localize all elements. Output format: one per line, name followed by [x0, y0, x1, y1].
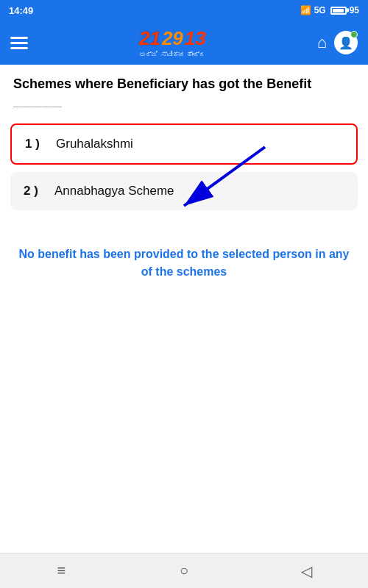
nav-home-icon: ○: [180, 562, 188, 579]
logo-container: 21 29 13 ಅರ್ಜಿ ಸ್ವೀಕಾರ ಕೇಂದ್ರ: [28, 27, 317, 59]
profile-button[interactable]: 👤: [334, 31, 358, 54]
nav-back-icon: ◁: [301, 562, 312, 580]
nav-home-button[interactable]: ○: [169, 556, 199, 586]
no-benefit-message: No benefit has been provided to the sele…: [15, 245, 353, 281]
scheme-number-1: 1 ): [25, 137, 47, 151]
status-bar: 14:49 📶 5G 95: [0, 0, 368, 21]
menu-button[interactable]: [10, 37, 28, 49]
logo-graphic: 21 29 13: [139, 27, 206, 50]
toolbar-icons: ⌂ 👤: [317, 31, 358, 54]
status-time: 14:49: [9, 5, 33, 16]
home-button[interactable]: ⌂: [317, 33, 327, 52]
status-icons: 📶 5G 95: [300, 5, 359, 15]
scheme-item-2[interactable]: 2 ) Annabhagya Scheme: [10, 172, 358, 210]
battery-icon: [330, 7, 347, 15]
bottom-nav: ≡ ○ ◁: [0, 553, 368, 588]
nav-menu-icon: ≡: [57, 562, 66, 579]
scheme-name-2: Annabhagya Scheme: [54, 184, 174, 198]
battery-level: 95: [350, 5, 359, 15]
beneficiary-label: —————: [0, 98, 368, 118]
signal-text: 5G: [314, 5, 326, 15]
logo-text-part3: 13: [185, 27, 206, 50]
scheme-number-2: 2 ): [24, 184, 46, 198]
logo-text-part2: 29: [162, 27, 183, 50]
logo-text-part1: 21: [139, 27, 160, 50]
scheme-item-1[interactable]: 1 ) Gruhalakshmi: [10, 123, 358, 165]
bluetooth-icon: 📶: [300, 5, 311, 15]
logo-wrapper: 21 29 13 ಅರ್ಜಿ ಸ್ವೀಕಾರ ಕೇಂದ್ರ: [139, 27, 206, 59]
scheme-name-1: Gruhalakshmi: [56, 137, 133, 151]
scheme-list: 1 ) Gruhalakshmi 2 ) Annabhagya Scheme: [0, 118, 368, 216]
toolbar: 21 29 13 ಅರ್ಜಿ ಸ್ವೀಕಾರ ಕೇಂದ್ರ ⌂ 👤: [0, 21, 368, 65]
logo-subtext: ಅರ್ಜಿ ಸ್ವೀಕಾರ ಕೇಂದ್ರ: [139, 51, 205, 59]
nav-back-button[interactable]: ◁: [292, 556, 322, 586]
page-title: Schemes where Beneficiary has got the Be…: [0, 65, 368, 98]
nav-menu-button[interactable]: ≡: [46, 556, 76, 586]
